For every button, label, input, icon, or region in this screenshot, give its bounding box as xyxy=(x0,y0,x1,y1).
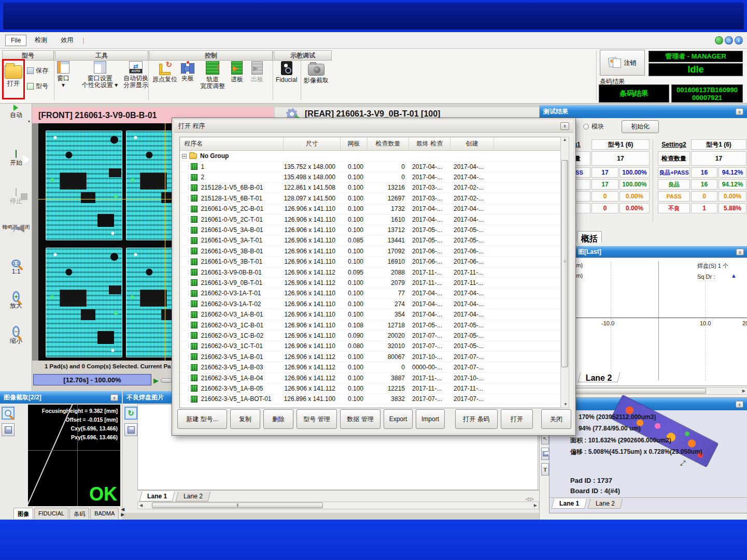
menu-file[interactable]: File xyxy=(5,35,26,46)
module-radio[interactable]: 模块 xyxy=(583,122,604,131)
save-tool-button[interactable] xyxy=(541,448,549,460)
tab-lane2[interactable]: Lane 2 xyxy=(578,372,620,382)
tab-fiducial[interactable]: FIDUCIAL xyxy=(34,508,68,519)
origin-reset-button[interactable]: ↻ 原点复位 xyxy=(152,61,177,83)
table-row[interactable]: ┆216062-0-V3-1A-T-02126.906 x 141.1100.1… xyxy=(180,299,561,309)
auto-split-button[interactable]: ⇄ 自动切换分屏显示 xyxy=(123,61,148,89)
info-orb-icon[interactable]: i xyxy=(735,36,743,45)
text-tool-button[interactable]: T xyxy=(541,463,549,476)
clock-orb-icon[interactable]: ◷ xyxy=(725,36,733,45)
tab-lane1[interactable]: Lane 1 xyxy=(552,499,587,509)
table-row[interactable]: ┆216061-0-V5_2C-T-01126.906 x 141.1100.1… xyxy=(180,214,561,225)
group-row[interactable]: No Group xyxy=(180,151,561,162)
menu-utility[interactable]: 效用 xyxy=(55,34,78,46)
tab-scroll-arrows[interactable]: ◁ ▷ xyxy=(526,496,534,501)
tab-lane1[interactable]: Lane 1 xyxy=(139,492,175,501)
dialog-titlebar[interactable]: 打开 程序 x xyxy=(174,120,573,133)
dialog-close-button[interactable]: x xyxy=(560,122,569,130)
initialize-button[interactable]: 初始化 xyxy=(622,120,659,133)
table-row[interactable]: ┆216062-3-V5_1A-B-05126.906 x 141.1120.1… xyxy=(180,383,561,394)
rail-width-button[interactable]: 轨道宽度调整 xyxy=(200,61,225,90)
defect-save-button[interactable] xyxy=(124,423,137,436)
close-icon[interactable]: x xyxy=(736,249,744,255)
open-button[interactable]: 打开 xyxy=(5,61,22,87)
table-row[interactable]: ┆216062-0-V3_1C-B-01126.906 x 141.1100.1… xyxy=(180,320,561,331)
capture-zoom-button[interactable] xyxy=(2,407,15,420)
tab-image[interactable]: 图像 xyxy=(13,508,33,519)
zoom-out-button[interactable]: − 缩小 xyxy=(0,328,32,346)
close-icon[interactable]: x xyxy=(736,401,743,408)
clamp-button[interactable]: 夹板 xyxy=(180,61,195,82)
data-manage-button[interactable]: 数据 管理 xyxy=(340,409,380,429)
table-row[interactable]: ┆216061-3-V9_0B-T-01126.906 x 141.1120.1… xyxy=(180,278,561,288)
table-row[interactable]: ┆216061-0-V5_3A-T-01126.906 x 141.1100.0… xyxy=(180,236,561,246)
laser-focus-image[interactable]: FocusingHeight = 9.382 [mm]Offset = -0.0… xyxy=(28,405,120,506)
model-manage-button[interactable]: 型号 管理 xyxy=(297,409,337,429)
export-button[interactable]: Export xyxy=(384,409,413,429)
table-row[interactable]: ┆215128-1-V5_6B-T-01128.097 x 141.5000.1… xyxy=(180,193,561,204)
open-button[interactable]: 打开 xyxy=(501,409,533,429)
board-in-button[interactable]: 进板 xyxy=(231,61,243,83)
auto-mode-button[interactable]: ▾ 自动 xyxy=(0,110,32,120)
scroll-thumb[interactable]: ≡ xyxy=(561,160,568,367)
tab-scroll-arrows[interactable]: ◀ ▶ xyxy=(121,507,124,519)
program-table-header[interactable]: 程序名 尺寸 网板 检查数量 最终 检查 创建 xyxy=(180,137,561,151)
table-row[interactable]: ┆216062-3-V5_1A-B-04126.906 x 141.1120.1… xyxy=(180,373,561,383)
menu-inspect[interactable]: 检测 xyxy=(30,34,52,46)
table-row[interactable]: ┆2135.498 x 148.0000.10002017-04-...2017… xyxy=(180,172,561,182)
table-row[interactable]: ┆216062-3-V5_1A-B-03126.906 x 141.1120.1… xyxy=(180,362,561,372)
window-button[interactable]: 窗口▾ xyxy=(57,61,69,89)
zoom-1to1-button[interactable]: 1:1 1:1 xyxy=(0,259,32,275)
stop-button[interactable]: 停止 xyxy=(0,189,32,206)
buzzer-off-button[interactable]: 蜂鸣器 关闭 xyxy=(0,223,32,231)
table-row[interactable]: ┆216062-0-V3_1C-T-01126.906 x 141.1100.0… xyxy=(180,341,561,352)
defect-hscrollbar[interactable]: ◀ ⦀ ▶ xyxy=(137,501,539,509)
logout-button[interactable]: 注销 xyxy=(600,50,645,76)
tab-badmark[interactable]: BADMA xyxy=(90,508,119,519)
tab-lane2[interactable]: Lane 2 xyxy=(588,499,623,509)
image-capture-button[interactable]: 影像截取 xyxy=(304,61,329,84)
tab-lane2[interactable]: Lane 2 xyxy=(176,492,210,501)
capture-tabbar: 图像 FIDUCIAL 条码 BADMA ◀ ▶ xyxy=(13,507,124,519)
table-row[interactable]: ┆216061-0-V5_3A-B-01126.906 x 141.1100.1… xyxy=(180,225,561,235)
zoom-in-button[interactable]: + 放大 xyxy=(0,293,32,310)
capture-save-button[interactable] xyxy=(2,423,15,436)
collapse-icon[interactable] xyxy=(182,154,187,159)
next-arrow-icon[interactable]: ▶ xyxy=(153,376,172,385)
table-row[interactable]: ┆216062-0-V3_1C-B-02126.906 x 141.1100.0… xyxy=(180,331,561,341)
save-button[interactable]: 保存 xyxy=(27,65,48,76)
defect-refresh-button[interactable]: ↻ xyxy=(124,407,137,420)
delete-button[interactable]: 删除 xyxy=(263,409,293,429)
chart-hscrollbar[interactable]: ▶ xyxy=(549,387,747,395)
copy-button[interactable]: 复制 xyxy=(230,409,260,429)
status-orb-icon[interactable] xyxy=(715,36,723,45)
tab-barcode[interactable]: 条码 xyxy=(69,508,89,519)
distribution-chart[interactable]: : 45.18(um) : 23.05(um) 焊盘(S) 1 个 Sq Dr … xyxy=(549,257,747,386)
auto-dropdown-icon[interactable]: ▾ xyxy=(28,119,30,124)
new-model-button[interactable]: 新建 型号... xyxy=(177,409,227,429)
open-barcode-button[interactable]: 打开 条码 xyxy=(455,409,498,429)
model-button[interactable]: 型号 xyxy=(27,81,48,91)
board-out-button[interactable]: 出板 xyxy=(251,61,263,83)
tab-summary[interactable]: 概括 xyxy=(577,231,602,242)
table-row[interactable]: ┆216061-3-V9-0B-B-01126.906 x 141.1120.0… xyxy=(180,267,561,278)
table-row[interactable]: ┆216062-3-V5_1A-BOT-01126.896 x 141.1000… xyxy=(180,394,561,405)
table-row[interactable]: ┆1135.752 x 148.0000.10002017-04-...2017… xyxy=(180,162,561,172)
table-row[interactable]: ┆215128-1-V5_6B-B-01122.861 x 141.5080.1… xyxy=(180,183,561,193)
table-row[interactable]: ┆216062-3-V5_1A-B-01126.906 x 141.1120.1… xyxy=(180,352,561,362)
import-button[interactable]: Import xyxy=(416,409,445,429)
table-row[interactable]: ┆216061-0-V5_3B-B-01126.906 x 141.1100.1… xyxy=(180,246,561,256)
table-row[interactable]: ┆216062-0-V3-1A-T-01126.906 x 141.1100.1… xyxy=(180,289,561,299)
table-row[interactable]: ┆216061-0-V5_3B-T-01126.906 x 141.1100.1… xyxy=(180,257,561,267)
fiducial-button[interactable]: Fiducial xyxy=(276,61,297,83)
scroll-thumb[interactable]: ⦀ xyxy=(152,502,323,508)
close-icon[interactable]: x xyxy=(110,394,118,401)
group-tools: 工具 xyxy=(55,50,148,61)
dialog-vscrollbar[interactable]: ▲≡▼ xyxy=(560,137,569,408)
window-settings-button[interactable]: 窗口设置个性化设置 ▾ xyxy=(82,61,118,89)
close-icon[interactable]: x xyxy=(736,108,743,115)
start-button[interactable]: 开始 xyxy=(0,150,32,167)
table-row[interactable]: ┆216061-0-V5_2C-B-01126.906 x 141.1100.1… xyxy=(180,204,561,214)
close-button[interactable]: 关闭 xyxy=(541,409,571,429)
table-row[interactable]: ┆216062-0-V3_1A-B-01126.906 x 141.1100.1… xyxy=(180,309,561,320)
